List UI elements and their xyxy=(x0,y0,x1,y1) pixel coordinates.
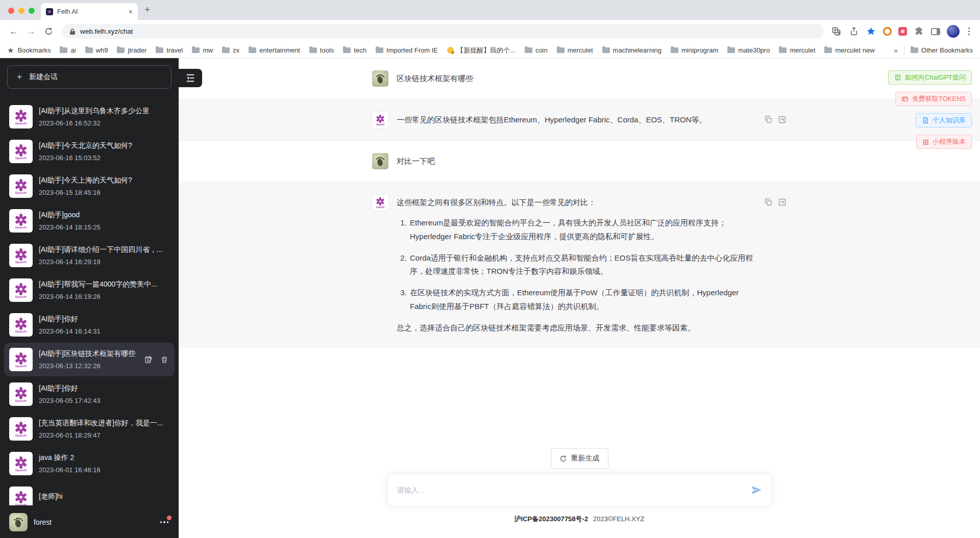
conversation-sidebar: + 新建会话 OpenAI [AI助手]从这里到乌鲁木齐多少公里 2023-06… xyxy=(0,58,179,538)
bookmark-folder[interactable]: miniprogram xyxy=(671,46,718,54)
conversation-timestamp: 2023-06-01 16:46:16 xyxy=(39,466,169,474)
bookmark-folder[interactable]: coin xyxy=(525,46,548,54)
conversation-timestamp: 2023-06-16 16:52:32 xyxy=(39,119,169,127)
tab-title: Felh AI xyxy=(57,8,125,15)
conversation-title: [AI助手]请详细介绍一下中国四川省，... xyxy=(39,245,169,254)
how-to-ask-button[interactable]: 如何向ChatGPT提问 xyxy=(888,70,972,85)
collapse-sidebar-icon xyxy=(185,73,196,83)
divider xyxy=(904,46,904,55)
send-icon[interactable] xyxy=(751,484,762,496)
user-panel[interactable]: forest xyxy=(0,506,179,538)
bookmark-folder[interactable]: merculet xyxy=(557,46,593,54)
comparison-conclusion: 总之，选择适合自己的区块链技术框架需要考虑应用场景、开发需求、性能要求等因素。 xyxy=(397,321,756,335)
close-tab-icon[interactable]: × xyxy=(129,8,133,15)
comparison-item: Ethereum是最受欢迎的智能合约平台之一，具有强大的开发人员社区和广泛的应用… xyxy=(409,216,756,243)
bookmark-folder[interactable]: Imported From IE xyxy=(376,46,438,54)
mini-program-button[interactable]: 小程序版本 xyxy=(916,135,972,149)
forward-icon[interactable]: → xyxy=(24,25,38,38)
minimize-window-button[interactable] xyxy=(18,8,24,14)
conversation-item[interactable]: OpenAI [AI助手]今天上海的天气如何? 2023-06-15 18:45… xyxy=(4,169,175,203)
bookmark-folder[interactable]: mw xyxy=(192,46,213,54)
profile-avatar[interactable] xyxy=(947,25,960,38)
new-tab-button[interactable]: + xyxy=(144,5,150,14)
regenerate-button[interactable]: 重新生成 xyxy=(551,448,608,469)
edit-icon[interactable] xyxy=(144,355,153,364)
bookmark-folder-list: ai wh9 jtrader travel mw xyxy=(60,46,888,55)
conversation-item[interactable]: OpenAI [充当英语翻译和改进者]你好，我是一... 2023-06-01 … xyxy=(4,412,175,446)
conversation-item[interactable]: OpenAI [AI助手]今天北京的天气如何? 2023-06-16 15:03… xyxy=(4,135,175,168)
close-window-button[interactable] xyxy=(8,8,14,14)
conversation-item[interactable]: OpenAI [老师]hi xyxy=(4,481,175,505)
bookmark-folder[interactable]: merculet xyxy=(779,46,815,54)
conversation-timestamp: 2023-06-14 16:14:31 xyxy=(39,327,169,335)
page-footer: 沪ICP备2023007758号-2 2023©FELH.XYZ xyxy=(179,515,980,524)
openai-avatar: OpenAI xyxy=(9,174,33,198)
bookmark-folder[interactable]: machinelearning xyxy=(602,46,662,54)
copy-icon[interactable] xyxy=(764,198,773,207)
reload-icon[interactable] xyxy=(42,25,55,38)
bookmark-folder[interactable]: tech xyxy=(343,46,366,54)
openai-avatar: OpenAI xyxy=(9,244,33,267)
bookmark-folder[interactable]: merculet new xyxy=(824,46,874,54)
grid-icon xyxy=(922,139,929,145)
user-message-text: 区块链技术框架有哪些 xyxy=(397,70,787,85)
share-screenshot-icon[interactable] xyxy=(778,115,787,124)
conversation-list: OpenAI [AI助手]从这里到乌鲁木齐多少公里 2023-06-16 16:… xyxy=(0,96,179,505)
conversation-item[interactable]: OpenAI java 操作 2 2023-06-01 16:46:16 xyxy=(4,447,175,480)
openai-avatar: OpenAI xyxy=(9,209,33,233)
browser-tab[interactable]: Felh AI × xyxy=(41,3,138,20)
side-panel-icon[interactable] xyxy=(931,28,940,35)
back-icon[interactable]: ← xyxy=(7,25,20,38)
puzzle-extensions-icon[interactable] xyxy=(914,26,924,37)
new-chat-button[interactable]: + 新建会话 xyxy=(7,65,172,89)
browser-menu-icon[interactable] xyxy=(966,28,972,35)
bookmark-folder[interactable]: mate30pro xyxy=(727,46,770,54)
zoom-window-button[interactable] xyxy=(29,8,35,14)
folder-icon xyxy=(557,47,565,53)
share-screenshot-icon[interactable] xyxy=(778,198,787,207)
bookmark-folder[interactable]: travel xyxy=(156,46,183,54)
folder-icon xyxy=(309,47,317,53)
conversation-timestamp: 2023-06-15 18:45:16 xyxy=(39,189,169,196)
comparison-item: Corda适用于银行和金融机构，支持点对点交易和智能合约；EOS旨在实现高吞吐量… xyxy=(409,251,756,278)
collapse-sidebar-button[interactable] xyxy=(179,69,202,87)
conversation-item[interactable]: OpenAI [AI助手]你好 2023-06-05 17:42:43 xyxy=(4,377,175,411)
conversation-item[interactable]: OpenAI [AI助手]good 2023-06-14 18:15:25 xyxy=(4,204,175,238)
bookmark-star-icon[interactable] xyxy=(866,26,876,37)
conversation-title: [充当英语翻译和改进者]你好，我是一... xyxy=(39,419,169,428)
extension-icon[interactable] xyxy=(883,27,892,36)
conversation-item[interactable]: OpenAI [AI助手]你好 2023-06-14 16:14:31 xyxy=(4,308,175,342)
free-tokens-button[interactable]: 免费获取TOKENS xyxy=(895,92,972,106)
conversation-title: [AI助手]帮我写一篇4000字的赞美中... xyxy=(39,280,169,289)
bookmark-folder[interactable]: wh9 xyxy=(85,46,108,54)
conversation-item[interactable]: OpenAI [AI助手]区块链技术框架有哪些 2023-06-13 12:32… xyxy=(4,343,175,376)
address-bar[interactable]: web.felh.xyz/chat xyxy=(62,24,824,39)
knowledge-base-button[interactable]: 个人知识库 xyxy=(916,113,972,127)
bookmark-folder[interactable]: 【新提醒】我的个... xyxy=(447,46,516,55)
other-bookmarks[interactable]: Other Bookmarks xyxy=(911,46,973,54)
bookmark-folder[interactable]: tools xyxy=(309,46,334,54)
copy-icon[interactable] xyxy=(764,115,773,124)
bookmark-folder[interactable]: ai xyxy=(60,46,76,54)
icp-license[interactable]: 沪ICP备2023007758号-2 xyxy=(514,515,589,523)
chat-area: 如何向ChatGPT提问 免费获取TOKENS 个人知识库 xyxy=(179,58,980,538)
browser-toolbar: ← → web.felh.xyz/chat xyxy=(0,20,980,43)
bookmarks-bar-right: » Other Bookmarks xyxy=(894,46,973,55)
translate-icon[interactable] xyxy=(831,26,842,37)
bookmark-folder[interactable]: entertainment xyxy=(249,46,300,54)
conversation-item[interactable]: OpenAI [AI助手]帮我写一篇4000字的赞美中... 2023-06-1… xyxy=(4,273,175,307)
user-menu-icon[interactable] xyxy=(159,518,170,526)
share-icon[interactable] xyxy=(848,26,859,37)
conversation-item[interactable]: OpenAI [AI助手]请详细介绍一下中国四川省，... 2023-06-14… xyxy=(4,239,175,272)
conversation-item[interactable]: OpenAI [AI助手]从这里到乌鲁木齐多少公里 2023-06-16 16:… xyxy=(4,100,175,134)
notification-badge xyxy=(167,516,172,520)
bookmark-folder[interactable]: zx xyxy=(222,46,239,54)
quick-actions: 如何向ChatGPT提问 免费获取TOKENS 个人知识库 xyxy=(888,70,972,149)
bookmarks-label[interactable]: Bookmarks xyxy=(17,46,51,54)
delete-icon[interactable] xyxy=(160,355,168,364)
folder-icon xyxy=(376,47,383,53)
message-input[interactable] xyxy=(397,486,746,494)
extension-icon[interactable] xyxy=(898,27,907,36)
bookmark-folder[interactable]: jtrader xyxy=(117,46,146,54)
bookmarks-overflow-icon[interactable]: » xyxy=(894,46,898,55)
